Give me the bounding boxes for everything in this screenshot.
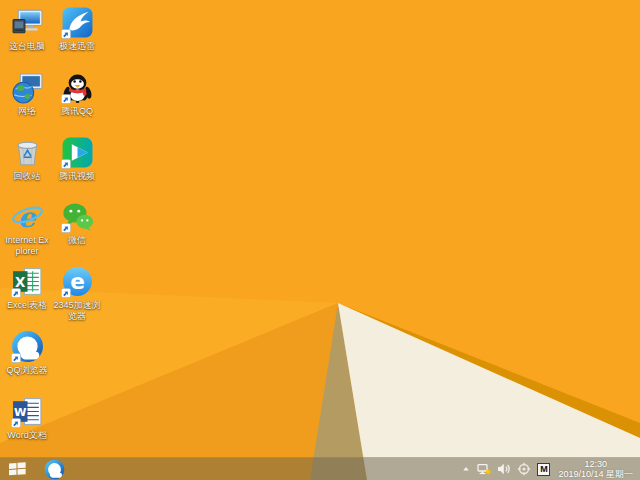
desktop-icon-this-pc[interactable]: 这台电脑 bbox=[3, 6, 51, 52]
volume-icon[interactable] bbox=[497, 462, 511, 476]
tray-icon-area: M bbox=[461, 462, 550, 476]
desktop-icon-network[interactable]: 网络 bbox=[3, 71, 51, 117]
ie-icon: e bbox=[11, 200, 44, 233]
desktop-icon-qq[interactable]: 腾讯QQ bbox=[53, 71, 101, 117]
svg-text:e: e bbox=[70, 269, 85, 294]
desktop-icon-label: Excel表格 bbox=[3, 300, 51, 311]
desktop-icon-label: 网络 bbox=[3, 106, 51, 117]
svg-text:e: e bbox=[17, 201, 36, 233]
excel-icon: X bbox=[11, 265, 44, 298]
desktop-icon-grid: 这台电脑 极速迅雷 网络 腾讯QQ bbox=[0, 0, 640, 457]
desktop-icon-recycle-bin[interactable]: 回收站 bbox=[3, 136, 51, 182]
desktop-icon-label: 微信 bbox=[53, 235, 101, 246]
desktop-icon-label: 极速迅雷 bbox=[53, 41, 101, 52]
taskbar: M 12:30 2019/10/14 星期一 bbox=[0, 457, 640, 480]
desktop-icon-wechat[interactable]: 微信 bbox=[53, 200, 101, 246]
shortcut-arrow-icon bbox=[61, 288, 71, 298]
qq-browser-icon bbox=[11, 330, 44, 363]
desktop-icon-label: QQ浏览器 bbox=[3, 365, 51, 376]
start-button[interactable] bbox=[0, 458, 34, 480]
safety-center-icon[interactable] bbox=[517, 462, 531, 476]
recycle-bin-icon bbox=[11, 136, 44, 169]
taskbar-clock[interactable]: 12:30 2019/10/14 星期一 bbox=[556, 459, 635, 480]
qq-browser-icon bbox=[44, 459, 65, 480]
system-tray: M 12:30 2019/10/14 星期一 bbox=[461, 458, 640, 480]
taskbar-pinned-apps bbox=[34, 458, 74, 480]
desktop-icon-qq-browser[interactable]: QQ浏览器 bbox=[3, 330, 51, 376]
shortcut-arrow-icon bbox=[61, 29, 71, 39]
desktop-icon-label: 腾讯视频 bbox=[53, 171, 101, 182]
windows-logo-icon bbox=[9, 462, 26, 477]
windows-desktop: 这台电脑 极速迅雷 网络 腾讯QQ bbox=[0, 0, 640, 480]
desktop-icon-label: Word文档 bbox=[3, 430, 51, 441]
desktop-icon-ie[interactable]: e Internet Explorer bbox=[3, 200, 51, 256]
shortcut-arrow-icon bbox=[61, 94, 71, 104]
qq-icon bbox=[61, 71, 94, 104]
shortcut-arrow-icon bbox=[61, 223, 71, 233]
desktop-icon-excel[interactable]: X Excel表格 bbox=[3, 265, 51, 311]
wechat-icon bbox=[61, 200, 94, 233]
browser-2345-icon: e bbox=[61, 265, 94, 298]
desktop-icon-label: Internet Explorer bbox=[3, 235, 51, 256]
desktop-icon-label: 腾讯QQ bbox=[53, 106, 101, 117]
shortcut-arrow-icon bbox=[11, 353, 21, 363]
desktop-icon-word[interactable]: W Word文档 bbox=[3, 395, 51, 441]
shortcut-arrow-icon bbox=[11, 288, 21, 298]
word-icon: W bbox=[11, 395, 44, 428]
desktop-icon-xunlei[interactable]: 极速迅雷 bbox=[53, 6, 101, 52]
clock-date: 2019/10/14 星期一 bbox=[558, 469, 633, 480]
network-icon bbox=[11, 71, 44, 104]
shortcut-arrow-icon bbox=[11, 418, 21, 428]
clock-time: 12:30 bbox=[558, 459, 633, 470]
desktop-icon-tencent-video[interactable]: 腾讯视频 bbox=[53, 136, 101, 182]
taskbar-button-qq-browser[interactable] bbox=[34, 458, 74, 480]
desktop-icon-label: 回收站 bbox=[3, 171, 51, 182]
input-method-indicator[interactable]: M bbox=[537, 463, 550, 476]
tencent-video-icon bbox=[61, 136, 94, 169]
desktop-icon-browser-2345[interactable]: e 2345加速浏览器 bbox=[53, 265, 101, 321]
this-pc-icon bbox=[11, 6, 44, 39]
show-hidden-icons-icon[interactable] bbox=[461, 464, 471, 474]
xunlei-icon bbox=[61, 6, 94, 39]
desktop-icon-label: 2345加速浏览器 bbox=[53, 300, 101, 321]
network-status-icon[interactable] bbox=[477, 462, 491, 476]
shortcut-arrow-icon bbox=[61, 159, 71, 169]
desktop-icon-label: 这台电脑 bbox=[3, 41, 51, 52]
